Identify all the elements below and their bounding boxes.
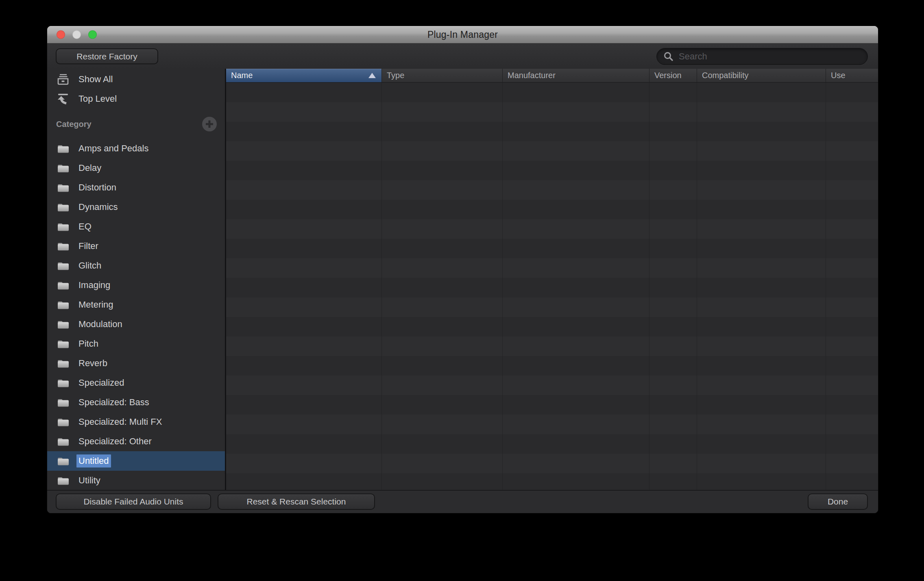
folder-icon — [56, 241, 70, 251]
table-header: Name Type Manufacturer Version Compatibi… — [226, 69, 878, 83]
search-input[interactable] — [678, 51, 861, 62]
category-item-label: Glitch — [76, 259, 103, 272]
sidebar-category-item[interactable]: Specialized: Multi FX — [47, 412, 225, 432]
sidebar-category-item[interactable]: Specialized: Other — [47, 432, 225, 451]
show-all-tray-icon — [56, 73, 70, 85]
column-divider — [697, 83, 697, 490]
category-item-label: EQ — [76, 220, 94, 233]
sidebar-item-top-level[interactable]: Top Level — [47, 89, 225, 109]
done-button[interactable]: Done — [808, 494, 868, 510]
folder-icon — [56, 437, 70, 447]
sidebar-category-item[interactable]: Amps and Pedals — [47, 139, 225, 158]
sidebar-category-item[interactable]: Modulation — [47, 315, 225, 334]
sidebar-category-item[interactable]: Imaging — [47, 275, 225, 295]
sidebar-category-item[interactable]: Glitch — [47, 256, 225, 275]
column-header-label: Compatibility — [702, 71, 748, 80]
category-item-label: Dynamics — [76, 201, 120, 214]
folder-icon — [56, 417, 70, 427]
sidebar-category-item[interactable]: Specialized — [47, 373, 225, 393]
ascending-triangle-icon — [368, 73, 376, 78]
plugin-table: Name Type Manufacturer Version Compatibi… — [226, 69, 878, 490]
folder-icon — [56, 339, 70, 349]
add-category-plus-icon[interactable] — [202, 117, 217, 131]
category-item-label: Distortion — [76, 181, 118, 194]
sidebar-category-item[interactable]: Untitled — [47, 451, 225, 471]
window-title: Plug-In Manager — [47, 26, 878, 43]
category-header: Category — [47, 116, 225, 132]
category-item-label: Specialized: Multi FX — [76, 415, 164, 428]
column-divider — [826, 83, 826, 490]
magnifier-icon — [663, 51, 674, 62]
category-item-label: Specialized: Other — [76, 435, 154, 448]
sidebar-category-item[interactable]: Distortion — [47, 178, 225, 197]
category-list: Amps and Pedals — [47, 139, 225, 490]
sidebar-category-item[interactable]: EQ — [47, 217, 225, 236]
column-header-label: Type — [387, 71, 404, 80]
sidebar-category-item[interactable]: Metering — [47, 295, 225, 315]
category-item-label: Metering — [76, 298, 116, 311]
sidebar-category-item[interactable]: Reverb — [47, 354, 225, 373]
category-item-label: Imaging — [76, 279, 112, 292]
folder-icon — [56, 300, 70, 310]
title-bar: Plug-In Manager — [47, 26, 878, 44]
toolbar: Restore Factory — [47, 44, 878, 69]
category-item-label: Delay — [76, 162, 103, 175]
restore-factory-button[interactable]: Restore Factory — [56, 48, 158, 64]
folder-icon — [56, 319, 70, 330]
folder-icon — [56, 398, 70, 408]
folder-icon — [56, 144, 70, 154]
sidebar-item-label: Top Level — [76, 92, 119, 105]
sidebar-category-item[interactable]: Pitch — [47, 334, 225, 354]
category-item-label: Reverb — [76, 357, 109, 370]
folder-icon — [56, 261, 70, 271]
sidebar-item-label: Show All — [76, 73, 115, 86]
content-area: Show All Top Level Category — [47, 69, 878, 490]
column-header-manufacturer[interactable]: Manufacturer — [502, 69, 649, 82]
sidebar-item-show-all[interactable]: Show All — [47, 70, 225, 89]
category-item-label: Pitch — [76, 337, 100, 350]
folder-icon — [56, 163, 70, 173]
column-header-label: Version — [654, 71, 682, 80]
category-label: Category — [56, 120, 202, 129]
folder-icon — [56, 456, 70, 466]
column-header-use[interactable]: Use — [826, 69, 878, 82]
folder-icon — [56, 222, 70, 232]
folder-icon — [56, 476, 70, 486]
reset-rescan-selection-button[interactable]: Reset & Rescan Selection — [218, 494, 375, 510]
column-divider — [649, 83, 649, 490]
sidebar: Show All Top Level Category — [47, 69, 226, 490]
column-header-compatibility[interactable]: Compatibility — [697, 69, 826, 82]
category-item-label: Modulation — [76, 318, 124, 331]
folder-icon — [56, 183, 70, 193]
sidebar-category-item[interactable]: Specialized: Bass — [47, 393, 225, 412]
column-header-label: Name — [231, 71, 253, 80]
category-item-label: Specialized — [76, 376, 126, 389]
folder-icon — [56, 202, 70, 212]
table-body — [226, 83, 878, 490]
column-header-type[interactable]: Type — [381, 69, 502, 82]
category-item-label: Utility — [76, 474, 102, 487]
plugin-manager-window: Plug-In Manager Restore Factory — [47, 26, 878, 513]
category-item-label: Untitled — [76, 454, 111, 467]
category-item-label: Specialized: Bass — [76, 396, 151, 409]
category-item-label: Filter — [76, 240, 100, 253]
folder-icon — [56, 280, 70, 290]
sidebar-category-item[interactable]: Utility — [47, 471, 225, 490]
folder-icon — [56, 358, 70, 369]
folder-icon — [56, 378, 70, 388]
column-header-label: Use — [831, 71, 846, 80]
column-header-name[interactable]: Name — [226, 69, 381, 82]
column-divider — [381, 83, 382, 490]
column-header-version[interactable]: Version — [649, 69, 697, 82]
sidebar-category-item[interactable]: Delay — [47, 158, 225, 178]
category-item-label: Amps and Pedals — [76, 142, 150, 155]
bottom-bar: Disable Failed Audio Units Reset & Resca… — [47, 490, 878, 513]
disable-failed-audio-units-button[interactable]: Disable Failed Audio Units — [56, 494, 211, 510]
sidebar-category-item[interactable]: Dynamics — [47, 197, 225, 217]
sidebar-category-item[interactable]: Filter — [47, 236, 225, 256]
search-field[interactable] — [656, 48, 868, 65]
top-level-arrow-icon — [56, 93, 70, 105]
column-divider — [502, 83, 503, 490]
column-header-label: Manufacturer — [508, 71, 556, 80]
